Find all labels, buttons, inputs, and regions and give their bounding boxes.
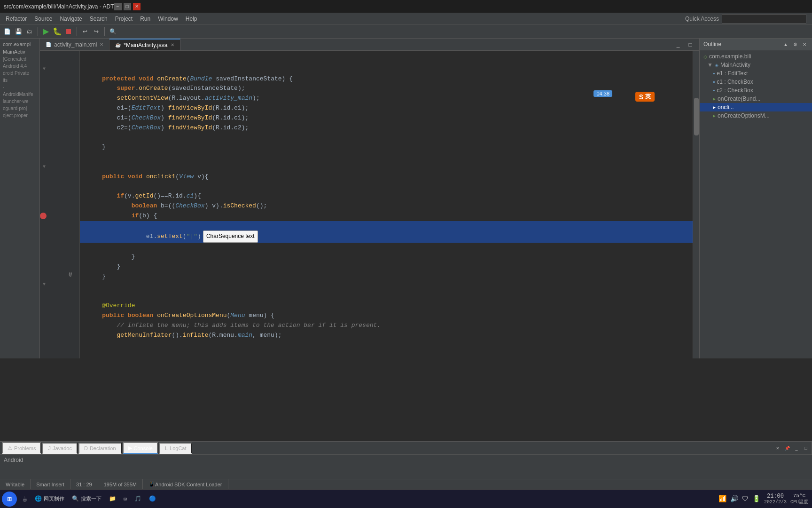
tab-problems[interactable]: ⚠ Problems — [2, 442, 41, 454]
menu-help[interactable]: Help — [182, 15, 201, 23]
tab-maximize[interactable]: □ — [685, 40, 695, 50]
problems-icon: ⚠ — [8, 445, 12, 451]
outline-mainactivity[interactable]: ▼ ◈ MainActivity — [700, 61, 812, 69]
toolbar-save-all[interactable]: 🗂 — [24, 26, 35, 37]
breakpoint-icon[interactable] — [40, 213, 47, 219]
window-controls: − □ ✕ — [114, 3, 141, 10]
toolbar-run[interactable]: ▶ — [41, 26, 51, 37]
menu-bar: Refactor Source Navigate Search Project … — [0, 13, 812, 24]
minimize-button[interactable]: − — [114, 3, 122, 10]
line-19 — [42, 230, 76, 240]
tab-javadoc[interactable]: J Javadoc — [42, 443, 77, 454]
outline-title: Outline — [703, 41, 721, 48]
ime-indicator[interactable]: S 英 — [635, 92, 655, 102]
menu-search[interactable]: Search — [86, 15, 111, 23]
tab-console[interactable]: ▶ Console — [123, 442, 158, 454]
taskbar-browser[interactable]: 🌐 网页制作 — [31, 490, 68, 508]
sidebar-mainactivity[interactable]: MainActiv — [1, 48, 39, 56]
outline-close[interactable]: ✕ — [801, 40, 808, 48]
outline-oncreateoptionsmenu[interactable]: ▸ onCreateOptionsM... — [700, 111, 812, 120]
adt-icon: ☕ — [23, 494, 27, 504]
status-writable: Writable — [0, 479, 31, 489]
line-17 — [42, 211, 76, 221]
sidebar-proguard[interactable]: oguard-proj — [1, 105, 39, 112]
taskbar-files[interactable]: 📁 — [105, 490, 120, 508]
toolbar-debug[interactable]: 🐛 — [52, 26, 62, 37]
clock: 21:00 2022/2/3 — [764, 493, 787, 505]
taskbar-mail[interactable]: ✉ — [120, 490, 131, 508]
tab-xml-close[interactable]: ✕ — [100, 42, 103, 47]
maximize-button[interactable]: □ — [124, 3, 131, 10]
line-10 — [42, 143, 76, 152]
menu-navigate[interactable]: Navigate — [56, 15, 86, 23]
sidebar-launcher[interactable]: launcher-we — [1, 98, 39, 105]
security-icon[interactable]: 🛡 — [742, 495, 749, 503]
line-26 — [42, 299, 76, 309]
bottom-clear[interactable]: ✕ — [774, 444, 781, 452]
outline-settings[interactable]: ⚙ — [791, 40, 799, 48]
fold-icon-2[interactable]: ▼ — [43, 163, 46, 171]
network-icon[interactable]: 📶 — [718, 495, 726, 503]
outline-c1[interactable]: ▪ c1 : CheckBox — [700, 78, 812, 86]
toolbar-search[interactable]: 🔍 — [108, 26, 118, 37]
close-button[interactable]: ✕ — [133, 3, 141, 10]
sidebar-generated[interactable]: [Generated — [1, 56, 39, 63]
tab-minimize[interactable]: _ — [673, 40, 683, 50]
menu-window[interactable]: Window — [154, 15, 182, 23]
sidebar-android-44[interactable]: Android 4.4 — [1, 63, 39, 70]
scrollbar-thumb[interactable] — [694, 98, 699, 135]
toolbar-undo[interactable]: ↩ — [80, 26, 90, 37]
sidebar-project[interactable]: oject.proper — [1, 112, 39, 119]
vertical-scrollbar[interactable] — [693, 51, 699, 358]
taskbar-right: 📶 🔊 🛡 🔋 21:00 2022/2/3 75°C CPU温度 — [715, 493, 812, 505]
taskbar-chrome[interactable]: 🔵 — [145, 490, 160, 508]
line-25 — [42, 289, 76, 299]
sidebar-its[interactable]: its — [1, 77, 39, 84]
outline-oncreate[interactable]: ▸ onCreate(Bund... — [700, 95, 812, 103]
fold-icon[interactable]: ▼ — [43, 65, 46, 73]
sidebar-package[interactable]: com.exampl — [1, 40, 39, 48]
tab-java-close[interactable]: ✕ — [171, 42, 174, 48]
outline-e1[interactable]: ▪ e1 : EditText — [700, 69, 812, 78]
logcat-icon: L — [165, 445, 168, 451]
temperature: 75°C CPU温度 — [790, 493, 808, 505]
toolbar-stop[interactable]: ⏹ — [63, 26, 74, 37]
outline-c2[interactable]: ▪ c2 : CheckBox — [700, 86, 812, 95]
toolbar-new[interactable]: 📄 — [2, 26, 12, 37]
taskbar-adt[interactable]: ☕ — [19, 490, 31, 508]
sidebar-android-private[interactable]: droid Private — [1, 70, 39, 77]
line-24: ▼ — [42, 279, 76, 289]
outline-collapse[interactable]: ▲ — [782, 40, 789, 48]
code-editor[interactable]: protected void onCreate(Bundle savedInst… — [80, 51, 693, 358]
toolbar-save[interactable]: 💾 — [13, 26, 23, 37]
tab-logcat[interactable]: L LogCat — [159, 443, 192, 454]
line-15 — [42, 191, 76, 201]
tab-activity-xml[interactable]: 📄 activity_main.xml ✕ — [40, 39, 109, 50]
taskbar-media[interactable]: 🎵 — [131, 490, 145, 508]
quick-access-input[interactable] — [722, 14, 806, 24]
volume-icon[interactable]: 🔊 — [730, 495, 738, 503]
tab-mainactivity-java[interactable]: ☕ *MainActivity.java ✕ — [109, 39, 180, 50]
line-7 — [42, 113, 76, 123]
menu-project[interactable]: Project — [111, 15, 136, 23]
menu-run[interactable]: Run — [136, 15, 154, 23]
bottom-pin[interactable]: 📌 — [783, 444, 791, 452]
declaration-label: Declaration — [90, 445, 116, 451]
outline-package[interactable]: ◇ com.example.bili — [700, 52, 812, 61]
taskbar-search[interactable]: 🔍 搜索一下 — [68, 490, 105, 508]
bottom-maximize[interactable]: □ — [802, 444, 810, 452]
fold-icon-3[interactable]: ▼ — [43, 281, 46, 288]
start-button[interactable]: ⊞ — [2, 492, 17, 507]
bottom-minimize[interactable]: _ — [793, 444, 800, 452]
time-badge: 04:38 — [593, 90, 612, 97]
menu-refactor[interactable]: Refactor — [2, 15, 31, 23]
menu-source[interactable]: Source — [31, 15, 56, 23]
tab-declaration[interactable]: D Declaration — [78, 443, 122, 454]
expand-icon[interactable]: ▼ — [707, 62, 713, 68]
sidebar-androidmanifest[interactable]: AndroidManife — [1, 91, 39, 98]
battery-icon[interactable]: 🔋 — [752, 495, 760, 503]
tab-xml-label: activity_main.xml — [54, 41, 97, 48]
toolbar-redo[interactable]: ↪ — [91, 26, 102, 37]
tab-controls: _ □ — [669, 39, 699, 50]
outline-onclick1[interactable]: ▸ oncli... — [700, 103, 812, 111]
